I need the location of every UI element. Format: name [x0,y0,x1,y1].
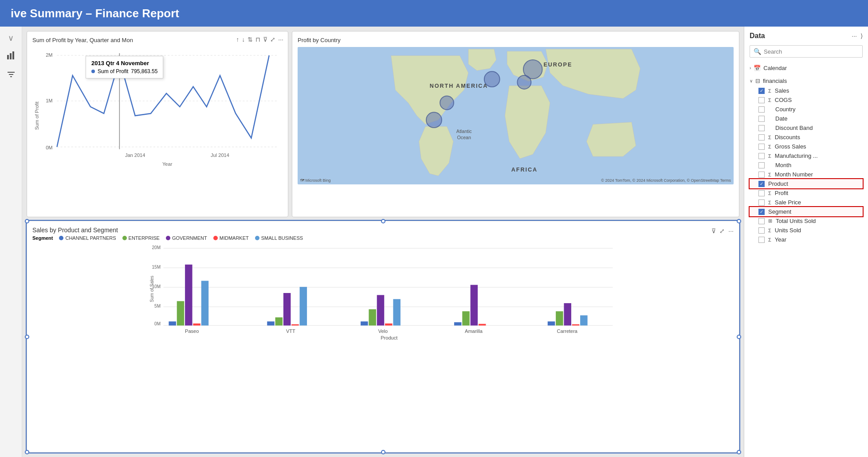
sidebar-chart-icon[interactable] [4,48,18,62]
data-item-date[interactable]: Date [750,114,863,123]
checkbox-date[interactable] [758,116,765,122]
data-panel-expand-btn[interactable]: ⟩ [860,32,863,39]
bar-carretera-smallbiz [580,315,588,325]
checkbox-month-number[interactable] [758,172,765,178]
data-item-profit[interactable]: Σ Profit [750,188,863,198]
data-item-sale-price[interactable]: Σ Sale Price [750,198,863,207]
line-chart-toolbar: ↑ ↓ ⇅ ⊓ ⊽ ⤢ ··· [236,36,283,43]
sigma-manufacturing: Σ [768,153,771,159]
sidebar-filter-icon[interactable] [4,68,18,82]
checkbox-total-units[interactable] [758,218,765,224]
bar-filter-btn[interactable]: ⊽ [711,227,716,234]
label-gross-sales: Gross Sales [775,143,806,150]
data-item-discounts[interactable]: Σ Discounts [750,133,863,142]
handle-r[interactable] [737,335,741,339]
y-axis-title: Sum of Profit [34,102,39,130]
map-europe-label: EUROPE [543,62,572,68]
calendar-section-header[interactable]: › 📅 Calendar [750,63,863,73]
handle-tl[interactable] [25,219,29,223]
checkbox-manufacturing[interactable] [758,153,765,159]
bar-vtt-midmarket [291,324,299,326]
page-header: ive Summary – Finance Report [0,0,868,27]
data-item-units-sold[interactable]: Σ Units Sold [750,226,863,235]
checkbox-month[interactable] [758,162,765,168]
data-item-manufacturing[interactable]: Σ Manufacturing ... [750,151,863,160]
svg-rect-1 [10,53,12,59]
handle-b[interactable] [381,450,385,454]
data-item-country[interactable]: Country [750,105,863,114]
x-label-amarilla: Amarilla [465,328,483,334]
bar-chart-panel: Sales by Product and Segment ⊽ ⤢ ··· Seg… [27,221,739,453]
bar-chart-title: Sales by Product and Segment [32,227,118,234]
bar-expand-btn[interactable]: ⤢ [719,227,725,234]
data-item-cogs[interactable]: Σ COGS [750,95,863,105]
data-panel-title: Data [750,32,765,40]
checkbox-sale-price[interactable] [758,199,765,206]
map-container: NORTH AMERICA EUROPE AFRICA Atlantic Oce… [298,47,734,184]
data-item-month-number[interactable]: Σ Month Number [750,170,863,179]
data-item-total-units-sold[interactable]: ⊞ Total Units Sold [750,216,863,226]
legend-midmarket: MIDMARKET [213,235,249,241]
handle-tr[interactable] [737,219,741,223]
bar-more-btn[interactable]: ··· [728,227,734,234]
checkbox-cogs[interactable] [758,97,765,103]
x-label-vtt: VTT [286,328,295,334]
legend-dot-small-biz [255,236,259,240]
tooltip-value: 795,863.55 [131,68,157,74]
sort-asc-btn[interactable]: ↑ [236,36,239,43]
expand-chart-btn[interactable]: ⤢ [270,36,275,43]
bar-paseo-smallbiz [201,281,209,326]
tooltip-title: 2013 Qtr 4 November [91,60,157,66]
sidebar-collapse-btn[interactable]: ∨ [8,33,14,43]
data-item-product[interactable]: ✓ Product [750,179,863,188]
data-panel-ellipsis-btn[interactable]: ··· [852,32,857,39]
label-segment: Segment [768,208,791,215]
sigma-month-number: Σ [768,172,771,177]
svg-rect-0 [7,55,9,59]
checkbox-sales[interactable]: ✓ [758,88,765,94]
handle-bl[interactable] [25,450,29,454]
drill-up-btn[interactable]: ⊓ [255,36,260,43]
handle-t[interactable] [381,219,385,223]
filter-btn[interactable]: ⊽ [263,36,267,43]
bar-amarilla-channel [454,322,462,325]
data-item-discount-band[interactable]: Discount Band [750,123,863,133]
checkbox-discounts[interactable] [758,134,765,141]
checkbox-gross-sales[interactable] [758,144,765,150]
legend-channel-partners: CHANNEL PARTNERS [59,235,116,241]
svg-rect-2 [12,51,14,59]
checkbox-segment[interactable]: ✓ [758,209,765,215]
checkbox-profit[interactable] [758,190,765,196]
search-input[interactable] [764,48,859,55]
checkbox-year[interactable] [758,237,765,243]
label-cogs: COGS [775,97,792,103]
page-title: ive Summary – Finance Report [11,7,179,20]
label-units-sold: Units Sold [775,227,801,234]
bar-paseo-government [185,265,192,326]
expand-hierarchy-btn[interactable]: ⇅ [247,36,253,43]
checkbox-country[interactable] [758,106,765,113]
data-item-segment[interactable]: ✓ Segment [750,207,863,216]
map-ocean-label: Ocean [457,135,471,140]
data-item-month[interactable]: Month [750,160,863,170]
more-options-btn[interactable]: ··· [278,36,283,43]
handle-br[interactable] [737,450,741,454]
data-item-sales[interactable]: ✓ Σ Sales [750,86,863,95]
handle-l[interactable] [25,335,29,339]
label-profit: Profit [775,190,788,196]
bar-paseo-midmarket [193,324,200,326]
legend-label-channel: CHANNEL PARTNERS [65,235,116,241]
search-icon: 🔍 [754,48,761,55]
label-sales: Sales [775,87,789,94]
data-item-gross-sales[interactable]: Σ Gross Sales [750,142,863,151]
financials-section-header[interactable]: ∨ ⊟ financials [750,76,863,86]
bar-legend: Segment CHANNEL PARTNERS ENTERPRISE GOVE… [32,235,734,241]
label-discount-band: Discount Band [775,125,813,131]
checkbox-product[interactable]: ✓ [758,181,765,187]
data-item-year[interactable]: Σ Year [750,235,863,244]
bar-amarilla-enterprise [462,311,470,325]
checkbox-discount-band[interactable] [758,125,765,131]
sort-desc-btn[interactable]: ↓ [242,36,245,43]
checkbox-units-sold[interactable] [758,227,765,234]
svg-point-15 [517,75,531,89]
